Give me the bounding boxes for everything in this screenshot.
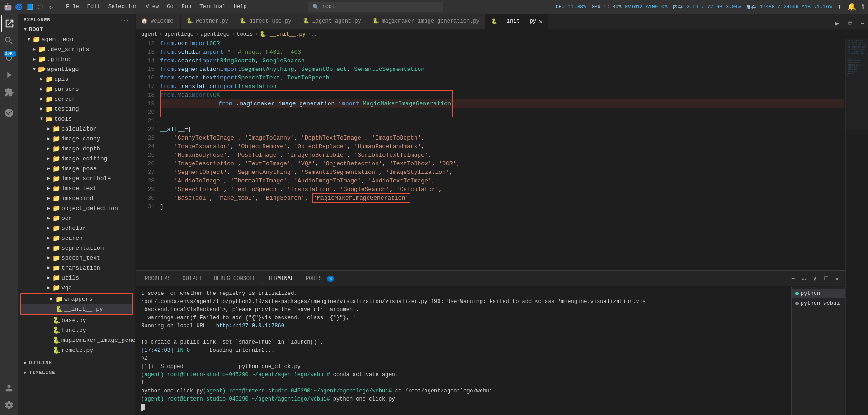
- terminal-tab-output[interactable]: OUTPUT: [177, 274, 208, 284]
- sidebar-section-timeline[interactable]: ▶ TIMELINE: [18, 368, 135, 378]
- terminal-tab-ports[interactable]: PORTS 3: [300, 274, 340, 284]
- sidebar-item-server[interactable]: ▶ 📁 server: [18, 94, 135, 104]
- info-icon[interactable]: ℹ: [862, 2, 864, 11]
- python-terminal-2[interactable]: python webui: [792, 298, 845, 308]
- sidebar-item-base-py[interactable]: ▶ 🐍 base.py: [18, 315, 135, 325]
- sidebar-item-vqa[interactable]: ▶ 📁 vqa: [18, 283, 135, 293]
- code-line-27: 'SegmentObject', 'SegmentAnything', 'Sem…: [160, 168, 844, 177]
- sidebar-item-parsers[interactable]: ▶ 📁 parsers: [18, 84, 135, 94]
- menu-view[interactable]: View: [142, 2, 162, 12]
- breadcrumb-agentlego1[interactable]: agentlego: [164, 31, 193, 37]
- global-search[interactable]: 🔍 root: [308, 2, 443, 12]
- sidebar-item-image-depth[interactable]: ▶ 📁 image_depth: [18, 144, 135, 154]
- activity-remote[interactable]: [1, 105, 17, 121]
- breadcrumb-tools[interactable]: tools: [236, 31, 253, 37]
- activity-settings[interactable]: [1, 397, 17, 413]
- split-editor-button[interactable]: ⧉: [844, 18, 855, 29]
- sidebar-item-scholar[interactable]: ▶ 📁 scholar: [18, 223, 135, 233]
- more-button[interactable]: ⋯: [857, 18, 868, 29]
- sidebar-item-utils[interactable]: ▶ 📁 utils: [18, 273, 135, 283]
- maximize-terminal-button[interactable]: □: [821, 274, 830, 283]
- terminal-tab-terminal[interactable]: TERMINAL: [262, 274, 299, 284]
- terminal-line-8: [17:42:03] INFO Loading internlm2...: [141, 346, 786, 354]
- sidebar-item-imagebind[interactable]: ▶ 📁 imagebind: [18, 193, 135, 203]
- sidebar-item-agentlego[interactable]: ▼ 📂 agentlego: [18, 64, 135, 74]
- sidebar-item-ocr[interactable]: ▶ 📁 ocr: [18, 213, 135, 223]
- sidebar-item-wrappers[interactable]: ▶ 📁 wrappers: [21, 294, 132, 304]
- sidebar-item-func-py[interactable]: ▶ 🐍 func.py: [18, 325, 135, 335]
- remote-icon[interactable]: ⬆: [837, 2, 842, 11]
- sidebar-item-image-text[interactable]: ▶ 📁 image_text: [18, 183, 135, 193]
- sidebar-item-apis[interactable]: ▶ 📁 apis: [18, 74, 135, 84]
- menu-selection[interactable]: Selection: [105, 2, 142, 12]
- menu-bar[interactable]: File Edit Selection View Go Run Terminal…: [62, 2, 250, 12]
- sidebar-item-magicmaker-py[interactable]: ▶ 🐍 magicmaker_image_generation.py: [18, 335, 135, 345]
- terminal-tabs: PROBLEMS OUTPUT DEBUG CONSOLE TERMINAL P…: [136, 271, 845, 287]
- code-content[interactable]: from .ocr import OCR from .scholar impor…: [158, 39, 845, 270]
- menu-edit[interactable]: Edit: [84, 2, 104, 12]
- gpu-brand: Nvidia A100: [625, 4, 658, 9]
- tab-init-py[interactable]: 🐍 __init__.py ✕: [486, 14, 549, 29]
- sidebar-more-button[interactable]: ...: [120, 17, 130, 23]
- sidebar-item-image-editing[interactable]: ▶ 📁 image_editing: [18, 154, 135, 163]
- code-line-28: 'AudioToImage', 'ThermalToImage', 'Audio…: [160, 177, 844, 185]
- sidebar-item-agentlego-root[interactable]: ▼ 📁 agentlego: [18, 34, 135, 44]
- terminal-tab-debug[interactable]: DEBUG CONSOLE: [208, 274, 262, 284]
- activity-extensions[interactable]: [1, 84, 17, 100]
- menu-go[interactable]: Go: [163, 2, 177, 12]
- activity-account[interactable]: [1, 380, 17, 396]
- tab-welcome[interactable]: 🏠 Welcome: [136, 14, 181, 29]
- menu-help[interactable]: Help: [230, 2, 250, 12]
- minimize-terminal-button[interactable]: ∧: [811, 274, 820, 284]
- tools-arrow: ▼: [38, 115, 45, 122]
- window-controls[interactable]: 🤖 🌀 📘 ⬡ ↻: [4, 3, 55, 11]
- activity-search[interactable]: [1, 33, 17, 49]
- sidebar-item-init-py[interactable]: ▶ 🐍 __init__.py: [21, 304, 132, 314]
- activity-source-control[interactable]: 10K+: [1, 50, 17, 66]
- sidebar-item-speech-text[interactable]: ▶ 📁 speech_text: [18, 253, 135, 263]
- mem-info: 内存 2.19 / 72 GB 3.04%: [673, 4, 741, 10]
- breadcrumb-init[interactable]: 🐍 __init__.py: [259, 31, 305, 37]
- terminal-content[interactable]: t scope, or whether the registry is init…: [136, 287, 791, 415]
- sidebar-item-image-canny[interactable]: ▶ 📁 image_canny: [18, 134, 135, 144]
- sidebar-section-outline[interactable]: ▶ OUTLINE: [18, 358, 135, 368]
- sidebar-item-image-pose[interactable]: ▶ 📁 image_pose: [18, 163, 135, 173]
- menu-file[interactable]: File: [62, 2, 83, 12]
- menu-terminal[interactable]: Terminal: [196, 2, 229, 12]
- menu-run[interactable]: Run: [178, 2, 195, 12]
- code-line-18: from .vqa import VQA: [160, 91, 844, 99]
- run-button[interactable]: ▶: [832, 18, 843, 29]
- breadcrumb-agent[interactable]: agent: [141, 31, 157, 37]
- tab-close-button[interactable]: ✕: [539, 18, 542, 25]
- sidebar-item-image-scribble[interactable]: ▶ 📁 image_scribble: [18, 173, 135, 183]
- code-editor[interactable]: 12 13 14 15 16 17 18 19 20 21 22 23 24 2…: [136, 39, 845, 270]
- python-terminal-1[interactable]: python: [792, 289, 845, 298]
- add-terminal-button[interactable]: +: [788, 274, 797, 283]
- tab-lagent-agent[interactable]: 🐍 lagent_agent.py: [297, 14, 367, 29]
- breadcrumb-ellipsis[interactable]: …: [312, 31, 316, 37]
- sidebar-item-translation[interactable]: ▶ 📁 translation: [18, 263, 135, 273]
- breadcrumb-agentlego2[interactable]: agentlego: [200, 31, 230, 37]
- sidebar-item-calculator[interactable]: ▶ 📁 calculator: [18, 124, 135, 134]
- sidebar-item-remote-py[interactable]: ▶ 🐍 remote.py: [18, 345, 135, 355]
- more-terminal-button[interactable]: ⋯: [799, 274, 808, 284]
- tab-direct-use[interactable]: 🐍 direct_use.py: [234, 14, 297, 29]
- terminal-tab-problems[interactable]: PROBLEMS: [139, 274, 176, 284]
- python-file-icon: 🐍: [52, 317, 60, 324]
- sidebar-item-object-detection[interactable]: ▶ 📁 object_detection: [18, 203, 135, 213]
- sidebar-item-github[interactable]: ▶ 📁 .github: [18, 54, 135, 64]
- sidebar-item-dev-scripts[interactable]: ▶ 📁 .dev_scripts: [18, 44, 135, 54]
- bell-icon[interactable]: 🔔: [847, 2, 856, 11]
- sidebar-root[interactable]: ▼ ROOT: [18, 24, 135, 34]
- sidebar-item-testing[interactable]: ▶ 📁 testing: [18, 104, 135, 114]
- sidebar-item-tools[interactable]: ▼ 📂 tools: [18, 114, 135, 124]
- sidebar-item-search[interactable]: ▶ 📁 search: [18, 233, 135, 243]
- tab-weather[interactable]: 🐍 weather.py: [181, 14, 234, 29]
- sidebar-item-segmentation[interactable]: ▶ 📁 segmentation: [18, 243, 135, 253]
- activity-explorer[interactable]: [1, 15, 17, 32]
- sidebar: EXPLORER ... ▼ ROOT ▼ 📁 agentlego ▶ 📁 .d…: [18, 14, 136, 415]
- close-terminal-button[interactable]: ✕: [833, 274, 842, 284]
- activity-run-debug[interactable]: [1, 67, 17, 83]
- tab-magicmaker[interactable]: 🐍 magicmaker_image_generation.py: [367, 14, 486, 29]
- init-py-label: __init__.py: [64, 306, 103, 312]
